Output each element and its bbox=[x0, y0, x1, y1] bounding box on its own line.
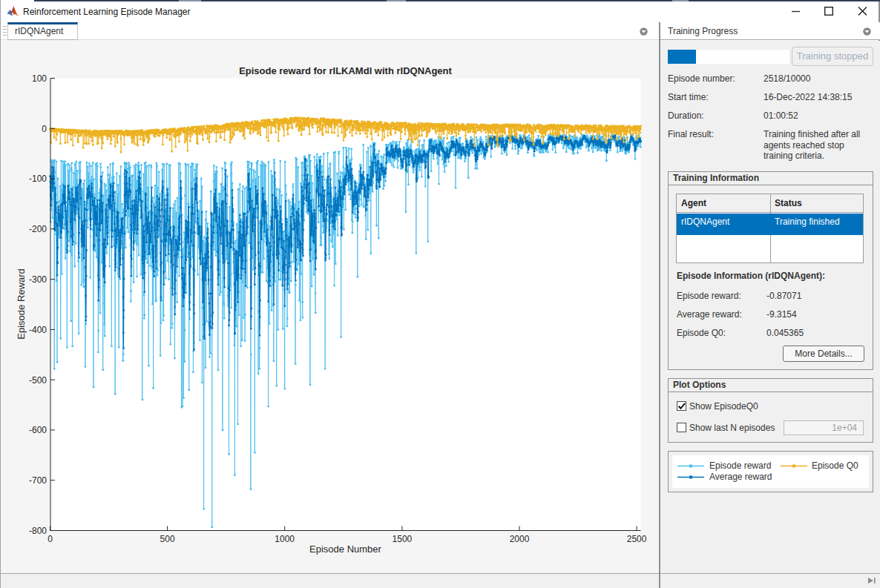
svg-text:Episode reward for rILKAMdl wi: Episode reward for rILKAMdl with rIDQNAg… bbox=[239, 65, 452, 76]
svg-text:0: 0 bbox=[47, 534, 53, 544]
svg-text:0: 0 bbox=[42, 124, 47, 134]
svg-text:1000: 1000 bbox=[275, 534, 295, 544]
svg-text:Episode Reward: Episode Reward bbox=[16, 268, 27, 339]
svg-text:-200: -200 bbox=[29, 224, 47, 234]
svg-text:2500: 2500 bbox=[627, 534, 647, 544]
svg-text:500: 500 bbox=[160, 534, 175, 544]
svg-text:2000: 2000 bbox=[510, 534, 530, 544]
svg-text:-600: -600 bbox=[29, 425, 47, 435]
svg-text:-700: -700 bbox=[29, 475, 47, 486]
svg-text:1500: 1500 bbox=[393, 534, 413, 544]
svg-text:-300: -300 bbox=[29, 274, 47, 285]
svg-text:-100: -100 bbox=[29, 174, 47, 184]
svg-text:100: 100 bbox=[32, 73, 47, 84]
svg-text:Episode Number: Episode Number bbox=[309, 544, 381, 555]
svg-text:-500: -500 bbox=[29, 375, 47, 386]
svg-text:-800: -800 bbox=[29, 526, 47, 536]
svg-text:-400: -400 bbox=[29, 325, 47, 335]
